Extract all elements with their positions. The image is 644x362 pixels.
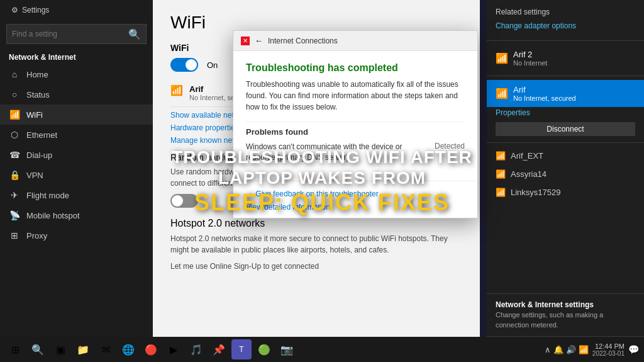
search-input[interactable] bbox=[12, 30, 128, 38]
settings-title: Settings bbox=[22, 6, 49, 14]
hotspot-icon: 📡 bbox=[9, 210, 20, 220]
view-detail-link[interactable]: View detailed information bbox=[246, 203, 465, 212]
search-button[interactable]: 🔍 bbox=[28, 339, 48, 359]
linksys-name: Linksys17529 bbox=[511, 188, 561, 197]
dialog-back-btn[interactable]: ← bbox=[255, 36, 263, 45]
notification-center-icon[interactable]: 💬 bbox=[628, 344, 639, 354]
music-icon[interactable]: 🎵 bbox=[186, 339, 206, 359]
dialog-footer: → Give feedback on this troubleshooter V… bbox=[233, 181, 477, 218]
network-settings-title: Network & Internet settings bbox=[496, 300, 635, 309]
troubleshoot-dialog: ✕ ← Internet Connections Troubleshooting… bbox=[233, 30, 478, 218]
media-icon[interactable]: ▶ bbox=[164, 339, 184, 359]
explorer-icon[interactable]: 📁 bbox=[73, 339, 93, 359]
wifi-icon: 📶 bbox=[9, 110, 20, 120]
wifi-right-panel: Related settings Change adapter options … bbox=[487, 0, 644, 362]
sidebar-item-hotspot[interactable]: 📡 Mobile hotspot bbox=[0, 205, 153, 225]
sidebar-item-vpn-label: VPN bbox=[26, 171, 43, 180]
camera-icon[interactable]: 📷 bbox=[277, 339, 297, 359]
task-view-button[interactable]: ▣ bbox=[50, 339, 70, 359]
dialup-icon: ☎ bbox=[9, 150, 20, 160]
ethernet-icon: ⬡ bbox=[9, 130, 20, 140]
edge-icon[interactable]: 🌐 bbox=[118, 339, 138, 359]
arif-status: No Internet, secured bbox=[513, 94, 576, 102]
network-linksys[interactable]: 📶 Linksys17529 bbox=[487, 183, 644, 201]
dialog-close-button[interactable]: ✕ bbox=[241, 37, 250, 45]
home-icon: ⌂ bbox=[9, 69, 20, 79]
sidebar-item-flight[interactable]: ✈ Flight mode bbox=[0, 185, 153, 205]
dialog-description: Troubleshooting was unable to automatica… bbox=[246, 79, 465, 113]
related-settings-label: Related settings bbox=[487, 0, 644, 20]
sidebar-item-status-label: Status bbox=[26, 90, 50, 99]
sidebar-item-dialup-label: Dial-up bbox=[26, 150, 52, 160]
sidebar-item-ethernet[interactable]: ⬡ Ethernet bbox=[0, 125, 153, 145]
sidebar-item-vpn[interactable]: 🔒 VPN bbox=[0, 165, 153, 185]
mail-icon[interactable]: ✉ bbox=[96, 339, 116, 359]
volume-icon[interactable]: 🔊 bbox=[566, 345, 576, 354]
settings-titlebar: ⚙ Settings bbox=[0, 0, 153, 20]
clock-time: 12:44 PM bbox=[595, 342, 625, 350]
taskbar: ⊞ 🔍 ▣ 📁 ✉ 🌐 🔴 ▶ 🎵 📌 T 🟢 📷 ∧ 🔔 🔊 📶 12:44 … bbox=[0, 337, 644, 362]
dialog-title: Internet Connections bbox=[268, 37, 338, 45]
taskbar-right: ∧ 🔔 🔊 📶 12:44 PM 2022-03-01 💬 bbox=[545, 342, 639, 357]
problem-row: Windows can't communicate with the devic… bbox=[246, 142, 465, 163]
linksys-icon: 📶 bbox=[496, 188, 506, 197]
arif-ext-icon: 📶 bbox=[496, 151, 506, 161]
sidebar-section-label: Network & Internet bbox=[0, 48, 153, 64]
flight-icon: ✈ bbox=[9, 190, 20, 200]
arif-ext-name: Arif_EXT bbox=[511, 151, 543, 161]
clock-date: 2022-03-01 bbox=[592, 350, 625, 357]
status-icon: ○ bbox=[9, 89, 20, 99]
random-hw-toggle[interactable] bbox=[170, 194, 198, 208]
network-entry-arif[interactable]: 📶 Arif No Internet, secured bbox=[487, 80, 644, 107]
teams-icon[interactable]: T bbox=[231, 339, 252, 359]
network-arif-ext[interactable]: 📶 Arif_EXT bbox=[487, 147, 644, 165]
settings-icon: ⚙ bbox=[11, 6, 18, 14]
start-button[interactable]: ⊞ bbox=[5, 339, 25, 359]
clock-section: 12:44 PM 2022-03-01 bbox=[592, 342, 625, 357]
wifi-toggle[interactable] bbox=[170, 58, 198, 72]
network-entry-arif2[interactable]: 📶 Arif 2 No Internet bbox=[487, 45, 644, 72]
sidebar-item-ethernet-label: Ethernet bbox=[26, 130, 57, 140]
vpn-icon: 🔒 bbox=[9, 170, 20, 180]
disconnect-button[interactable]: Disconnect bbox=[496, 122, 635, 136]
chevron-up-icon[interactable]: ∧ bbox=[545, 345, 551, 354]
sidebar-item-proxy[interactable]: ⊞ Proxy bbox=[0, 225, 153, 246]
search-icon: 🔍 bbox=[128, 28, 141, 40]
arif-wifi-icon: 📶 bbox=[496, 88, 508, 99]
arif2-name: Arif 2 bbox=[513, 50, 547, 59]
arif2-status: No Internet bbox=[513, 59, 547, 67]
sidebar-item-home[interactable]: ⌂ Home bbox=[0, 64, 153, 84]
network-settings-section: Network & Internet settings Change setti… bbox=[487, 293, 644, 336]
assyria14-icon: 📶 bbox=[496, 169, 506, 179]
sidebar-item-wifi[interactable]: 📶 WiFi bbox=[0, 105, 153, 125]
arif2-wifi-icon: 📶 bbox=[496, 52, 508, 64]
adapter-options-link[interactable]: Change adapter options bbox=[487, 20, 644, 37]
sidebar-item-flight-label: Flight mode bbox=[26, 191, 69, 200]
taskbar-left: ⊞ 🔍 ▣ 📁 ✉ 🌐 🔴 ▶ 🎵 📌 T 🟢 📷 bbox=[5, 339, 297, 359]
wifi-toggle-label: On bbox=[207, 60, 218, 70]
network-assyria14[interactable]: 📶 Assyria14 bbox=[487, 165, 644, 183]
hotspot-title: Hotspot 2.0 networks bbox=[170, 218, 462, 229]
pin-icon[interactable]: 📌 bbox=[209, 339, 229, 359]
sidebar-item-status[interactable]: ○ Status bbox=[0, 84, 153, 105]
notification-icon[interactable]: 🔔 bbox=[553, 345, 564, 354]
arif-name: Arif bbox=[513, 85, 576, 94]
sys-tray-icons: ∧ 🔔 🔊 📶 bbox=[545, 345, 589, 354]
search-bar[interactable]: 🔍 bbox=[6, 24, 147, 44]
sidebar-item-proxy-label: Proxy bbox=[26, 231, 47, 240]
dialog-titlebar-left: ✕ ← Internet Connections bbox=[241, 36, 338, 45]
properties-link[interactable]: Properties bbox=[487, 107, 644, 120]
spotify-icon[interactable]: 🟢 bbox=[254, 339, 274, 359]
sidebar-item-dialup[interactable]: ☎ Dial-up bbox=[0, 145, 153, 165]
network-settings-desc: Change settings, such as making a connec… bbox=[496, 310, 635, 330]
current-network-icon: 📶 bbox=[170, 84, 183, 96]
settings-sidebar: ⚙ Settings 🔍 Network & Internet ⌂ Home ○… bbox=[0, 0, 153, 362]
dialog-completed-heading: Troubleshooting has completed bbox=[246, 62, 465, 74]
signup-text: Let me use Online Sign-Up to get connect… bbox=[170, 261, 462, 272]
network-tray-icon[interactable]: 📶 bbox=[579, 345, 589, 354]
problems-found-label: Problems found bbox=[246, 122, 465, 137]
sidebar-item-hotspot-label: Mobile hotspot bbox=[26, 211, 80, 220]
assyria14-name: Assyria14 bbox=[511, 169, 547, 179]
store-icon[interactable]: 🔴 bbox=[141, 339, 161, 359]
feedback-link[interactable]: → Give feedback on this troubleshooter bbox=[246, 189, 379, 198]
